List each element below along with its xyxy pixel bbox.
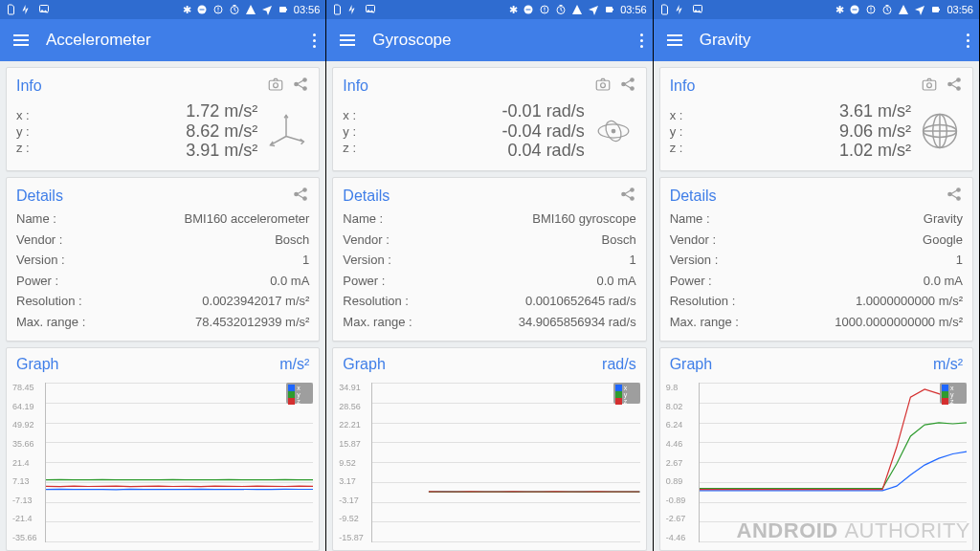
axis-z-value: 3.91 m/s² — [186, 141, 257, 161]
detail-value: Gravity — [924, 209, 963, 229]
share-icon[interactable] — [619, 76, 636, 96]
graph-tick: 9.52 — [339, 458, 371, 468]
camera-icon[interactable] — [594, 76, 612, 96]
detail-value: 0.0023942017 m/s² — [202, 292, 309, 311]
detail-value: 78.4532012939 m/s² — [195, 313, 309, 332]
hamburger-icon[interactable] — [13, 34, 29, 46]
graph-tick: -35.66 — [12, 533, 45, 542]
detail-label: Version : — [670, 251, 719, 270]
graph-tick: 4.46 — [666, 439, 699, 449]
graph-card: Graph m/s² 78.4564.1949.9235.6621.47.13-… — [6, 347, 320, 551]
app-bar: Gyroscope — [326, 19, 652, 61]
share-icon[interactable] — [292, 186, 309, 206]
svg-point-18 — [295, 192, 298, 195]
graph-tick: 0.89 — [666, 476, 699, 486]
overflow-menu-icon[interactable] — [313, 33, 316, 48]
detail-row-name: Name : BMI160 gyroscope — [343, 209, 635, 229]
graph-unit: m/s² — [279, 356, 309, 373]
status-time: 03:56 — [947, 4, 973, 15]
info-card: Info x : y : z : 1.72 m/s² 8.62 m/s² 3.9… — [6, 67, 320, 171]
status-right-icons: ✱ 03:56 — [835, 4, 973, 16]
status-bar: ✱ 03:56 — [326, 0, 652, 19]
axis-x-value: 3.61 m/s² — [839, 101, 911, 121]
graph-body[interactable]: 34.9128.5622.2115.879.523.17-3.17-9.52-1… — [333, 375, 645, 550]
detail-row-power: Power : 0.0 mA — [670, 272, 963, 291]
detail-value: 0.0 mA — [596, 272, 635, 291]
detail-value: BMI160 gyroscope — [532, 209, 635, 229]
status-left-icons — [332, 4, 376, 15]
details-title: Details — [670, 187, 938, 205]
detail-row-range: Max. range : 78.4532012939 m/s² — [16, 313, 309, 332]
sensor-illustration-icon — [590, 108, 636, 154]
svg-rect-53 — [939, 9, 940, 11]
graph-tick: 9.8 — [666, 383, 699, 392]
graph-tick: 21.4 — [12, 458, 45, 468]
details-card: Details Name : Gravity Vendor : Google — [659, 177, 973, 342]
details-title: Details — [16, 187, 284, 205]
detail-row-version: Version : 1 — [16, 251, 309, 270]
detail-row-power: Power : 0.0 mA — [16, 272, 309, 291]
axis-y-value: 9.06 m/s² — [839, 121, 911, 142]
graph-body[interactable]: 9.88.026.244.462.670.89-0.89-2.67-4.46 x… — [660, 375, 972, 550]
graph-tick: 22.21 — [339, 420, 371, 430]
graph-legend: x y z — [940, 383, 967, 404]
graph-tick: 78.45 — [12, 383, 45, 392]
graph-tick: 3.17 — [339, 476, 371, 486]
detail-label: Vendor : — [343, 231, 389, 250]
info-title: Info — [343, 77, 586, 95]
axis-x-value: -0.01 rad/s — [502, 101, 585, 121]
svg-point-10 — [274, 83, 278, 88]
detail-label: Max. range : — [16, 313, 85, 332]
hamburger-icon[interactable] — [340, 34, 355, 46]
detail-value: BMI160 accelerometer — [185, 209, 310, 229]
graph-tick: 2.67 — [666, 458, 699, 468]
overflow-menu-icon[interactable] — [640, 33, 643, 48]
axis-y-value: -0.04 rad/s — [502, 121, 585, 142]
detail-label: Name : — [343, 209, 383, 229]
svg-point-43 — [630, 188, 633, 191]
hamburger-icon[interactable] — [667, 34, 682, 46]
svg-point-70 — [957, 197, 960, 200]
share-icon[interactable] — [619, 186, 636, 206]
graph-tick: 6.24 — [666, 420, 699, 430]
graph-tick: 34.91 — [339, 383, 371, 392]
overflow-menu-icon[interactable] — [967, 33, 969, 48]
share-icon[interactable] — [946, 186, 963, 206]
details-title: Details — [343, 187, 611, 205]
graph-y-ticks: 78.4564.1949.9235.6621.47.13-7.13-21.4-3… — [12, 383, 45, 542]
graph-tick: 64.19 — [12, 402, 45, 411]
graph-body[interactable]: 78.4564.1949.9235.6621.47.13-7.13-21.4-3… — [7, 375, 319, 550]
status-time: 03:56 — [294, 4, 321, 15]
status-right-icons: ✱ 03:56 — [183, 4, 321, 16]
graph-card: Graph rad/s 34.9128.5622.2115.879.523.17… — [332, 347, 646, 551]
axis-z-value: 0.04 rad/s — [508, 141, 585, 161]
graph-plot-area: x y z — [699, 383, 967, 542]
share-icon[interactable] — [292, 76, 309, 96]
detail-row-range: Max. range : 34.9065856934 rad/s — [343, 313, 635, 332]
detail-row-range: Max. range : 1000.0000000000 m/s² — [670, 313, 963, 332]
svg-point-39 — [612, 129, 614, 132]
graph-tick: -9.52 — [339, 514, 371, 523]
svg-rect-9 — [270, 80, 283, 90]
svg-point-35 — [630, 78, 633, 81]
graph-title: Graph — [343, 356, 602, 373]
camera-icon[interactable] — [267, 76, 284, 96]
share-icon[interactable] — [946, 76, 963, 96]
graph-tick: -4.46 — [666, 533, 699, 542]
screen-2: ✱ 03:56 Gravity Info x : y : z — [654, 0, 980, 551]
graph-plot-area: x y z — [45, 383, 313, 542]
svg-point-42 — [621, 192, 624, 195]
svg-point-59 — [957, 78, 960, 81]
camera-icon[interactable] — [921, 76, 938, 96]
graph-card: Graph m/s² 9.88.026.244.462.670.89-0.89-… — [659, 347, 973, 551]
graph-traces — [700, 383, 967, 541]
detail-value: 0.0 mA — [270, 272, 309, 291]
app-title: Gyroscope — [372, 31, 622, 50]
detail-value: 0.0010652645 rad/s — [525, 292, 636, 311]
app-title: Accelerometer — [46, 31, 296, 50]
sensor-illustration-icon — [263, 108, 309, 154]
detail-label: Resolution : — [670, 292, 736, 311]
detail-label: Power : — [343, 272, 385, 291]
detail-row-vendor: Vendor : Google — [670, 231, 963, 250]
graph-tick: 15.87 — [339, 439, 371, 449]
